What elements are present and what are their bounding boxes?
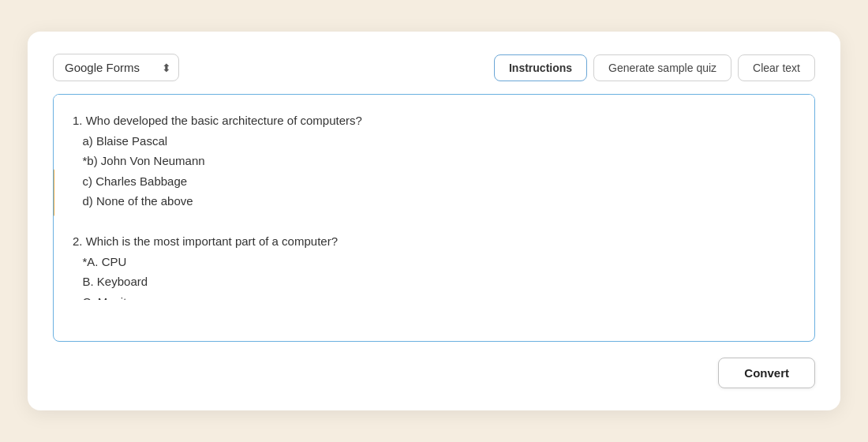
side-accent-decoration: [53, 169, 54, 216]
footer: Convert: [53, 354, 815, 388]
toolbar-right: Instructions Generate sample quiz Clear …: [494, 54, 815, 81]
generate-sample-button[interactable]: Generate sample quiz: [593, 54, 731, 81]
select-wrapper: Google FormsMicrosoft FormsTypeformQualt…: [53, 54, 179, 81]
toolbar-left: Google FormsMicrosoft FormsTypeformQualt…: [53, 54, 179, 81]
main-card: Google FormsMicrosoft FormsTypeformQualt…: [28, 32, 840, 410]
quiz-text-input[interactable]: 1. Who developed the basic architecture …: [54, 95, 814, 300]
convert-button[interactable]: Convert: [718, 358, 815, 388]
clear-text-button[interactable]: Clear text: [738, 54, 815, 81]
text-area-wrapper: 1. Who developed the basic architecture …: [53, 94, 815, 342]
form-type-select[interactable]: Google FormsMicrosoft FormsTypeformQualt…: [53, 54, 179, 81]
instructions-button[interactable]: Instructions: [494, 54, 587, 81]
toolbar: Google FormsMicrosoft FormsTypeformQualt…: [53, 54, 815, 81]
